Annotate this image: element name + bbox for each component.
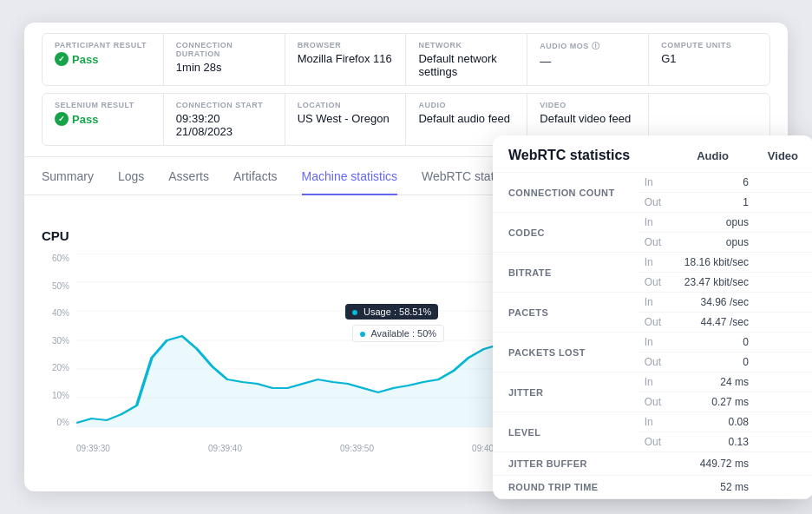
selenium-pass-check-icon: ✓ <box>55 112 69 126</box>
connection-duration-value: 1min 28s <box>176 61 272 74</box>
table-row: PACETS In 34.96 /sec <box>493 293 812 313</box>
packets-lost-out-audio: 0 <box>670 353 759 372</box>
y-label-6: 60% <box>42 254 75 263</box>
round-trip-time-audio: 52 ms <box>670 476 759 499</box>
tooltip-usage-text: Usage : 58.51% <box>363 306 431 317</box>
participant-result-cell: PARTICIPANT RESULT ✓ Pass <box>43 34 164 85</box>
packets-lost-in-audio: 0 <box>670 333 759 353</box>
pacets-in-dir: In <box>638 293 670 313</box>
chart-y-labels: 0% 10% 20% 30% 40% 50% 60% <box>42 254 75 427</box>
dir-out: Out <box>638 193 670 213</box>
bitrate-label: BITRATE <box>493 253 638 293</box>
level-in-audio: 0.08 <box>670 412 759 432</box>
packets-lost-in-video <box>759 333 812 353</box>
compute-units-cell: COMPUTE UNITS G1 <box>649 34 769 85</box>
y-label-0: 0% <box>42 418 75 427</box>
x-label-1: 09:39:40 <box>208 444 242 453</box>
codec-in-dir: In <box>638 213 670 233</box>
audio-value: Default audio feed <box>418 112 514 125</box>
codec-out-dir: Out <box>638 233 670 253</box>
table-row: JITTER BUFFER 449.72 ms <box>493 452 812 476</box>
connection-count-out-video <box>759 193 812 213</box>
tab-logs[interactable]: Logs <box>118 157 144 195</box>
table-row: CODEC In opus <box>493 213 812 233</box>
table-row: ROUND TRIP TIME 52 ms <box>493 476 812 499</box>
bitrate-in-video <box>759 253 812 273</box>
browser-label: BROWSER <box>298 41 394 49</box>
bitrate-in-dir: In <box>638 253 670 273</box>
audio-mos-cell: AUDIO MOS ⓘ — <box>527 34 649 85</box>
video-value: Default video feed <box>540 112 636 125</box>
tooltip-usage: Usage : 58.51% <box>345 304 438 320</box>
main-card: PARTICIPANT RESULT ✓ Pass CONNECTION DUR… <box>24 23 788 491</box>
tab-machine-statistics[interactable]: Machine statistics <box>302 157 397 195</box>
y-label-1: 10% <box>42 391 75 400</box>
webrtc-col-headers: Audio Video <box>677 149 798 162</box>
packets-lost-label: PACKETS LOST <box>493 333 638 372</box>
dir-in: In <box>638 173 670 193</box>
selenium-result-label: SELENIUM RESULT <box>55 101 151 109</box>
y-label-2: 20% <box>42 363 75 372</box>
pacets-in-video <box>759 293 812 313</box>
jitter-buffer-label: JITTER BUFFER <box>493 452 638 476</box>
info-row-1: PARTICIPANT RESULT ✓ Pass CONNECTION DUR… <box>42 33 770 86</box>
pacets-in-audio: 34.96 /sec <box>670 293 759 313</box>
jitter-buffer-dir <box>638 452 670 476</box>
selenium-result-value: ✓ Pass <box>55 112 151 126</box>
round-trip-time-video <box>759 476 812 499</box>
tooltip-available-text: Available : 50% <box>370 328 436 339</box>
jitter-label: JITTER <box>493 372 638 412</box>
compute-units-value: G1 <box>661 52 757 65</box>
location-value: US West - Oregon <box>298 112 394 125</box>
tab-summary[interactable]: Summary <box>42 157 94 195</box>
audio-label: AUDIO <box>418 101 514 109</box>
connection-count-out-audio: 1 <box>670 193 759 213</box>
table-row: LEVEL In 0.08 <box>493 412 812 432</box>
location-cell: LOCATION US West - Oregon <box>285 94 407 145</box>
pacets-label: PACETS <box>493 293 638 333</box>
pacets-out-audio: 44.47 /sec <box>670 313 759 333</box>
y-label-3: 30% <box>42 336 75 346</box>
table-row: PACKETS LOST In 0 <box>493 333 812 353</box>
connection-duration-label: CONNECTION DURATION <box>176 41 272 58</box>
jitter-in-audio: 24 ms <box>670 372 759 392</box>
level-out-video <box>759 432 812 452</box>
codec-out-video <box>759 233 812 253</box>
table-row: JITTER In 24 ms <box>493 372 812 392</box>
participant-result-label: PARTICIPANT RESULT <box>55 41 151 49</box>
connection-count-in-video <box>759 173 812 193</box>
network-label: NETWORK <box>418 41 514 49</box>
connection-duration-cell: CONNECTION DURATION 1min 28s <box>164 34 285 85</box>
pacets-out-dir: Out <box>638 313 670 333</box>
video-label: VIDEO <box>540 101 636 109</box>
audio-mos-label: AUDIO MOS ⓘ <box>540 41 636 52</box>
browser-value: Mozilla Firefox 116 <box>298 52 394 65</box>
codec-out-audio: opus <box>670 233 759 253</box>
connection-count-in-audio: 6 <box>670 173 759 193</box>
connection-start-cell: CONNECTION START 09:39:20 21/08/2023 <box>164 94 285 145</box>
network-cell: NETWORK Default network settings <box>406 34 527 85</box>
pacets-out-video <box>759 313 812 333</box>
webrtc-video-header: Video <box>746 149 798 162</box>
level-label: LEVEL <box>493 412 638 452</box>
tooltip-usage-dot <box>352 310 357 315</box>
connection-start-label: CONNECTION START <box>176 101 272 109</box>
x-label-0: 09:39:30 <box>76 444 110 453</box>
webrtc-audio-header: Audio <box>677 149 729 162</box>
jitter-out-audio: 0.27 ms <box>670 392 759 412</box>
packets-lost-in-dir: In <box>638 333 670 353</box>
round-trip-time-label: ROUND TRIP TIME <box>493 476 638 499</box>
tab-artifacts[interactable]: Artifacts <box>233 157 278 195</box>
tab-asserts[interactable]: Asserts <box>168 157 209 195</box>
selenium-result-cell: SELENIUM RESULT ✓ Pass <box>43 94 164 145</box>
jitter-out-video <box>759 392 812 412</box>
webrtc-header: WebRTC statistics Audio Video <box>493 135 812 173</box>
jitter-in-video <box>759 372 812 392</box>
round-trip-time-dir <box>638 476 670 499</box>
packets-lost-out-video <box>759 353 812 372</box>
level-out-dir: Out <box>638 432 670 452</box>
browser-cell: BROWSER Mozilla Firefox 116 <box>285 34 407 85</box>
jitter-buffer-audio: 449.72 ms <box>670 452 759 476</box>
webrtc-title: WebRTC statistics <box>508 148 630 163</box>
y-label-5: 50% <box>42 281 75 291</box>
